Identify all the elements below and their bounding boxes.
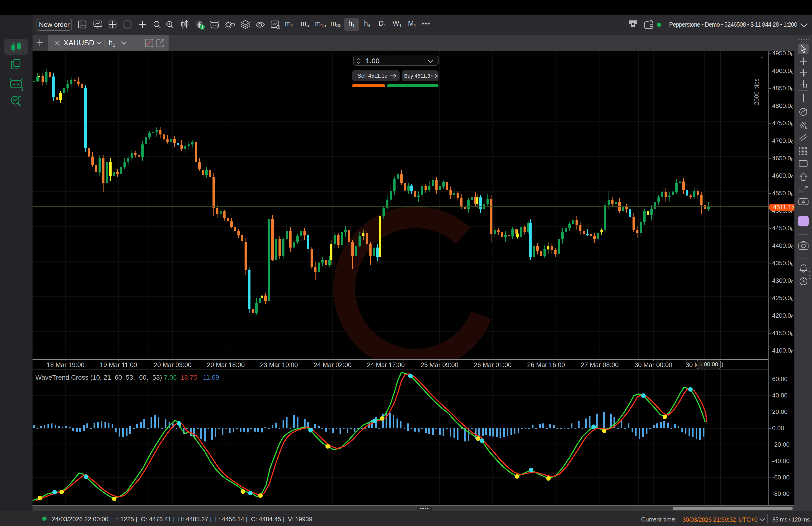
svg-text:E: E bbox=[805, 125, 808, 130]
svg-text:F: F bbox=[806, 152, 808, 156]
svg-text:4511.12: 4511.12 bbox=[773, 203, 794, 211]
svg-text:1: 1 bbox=[201, 25, 203, 29]
svg-text:A: A bbox=[801, 199, 806, 205]
svg-text:1: 1 bbox=[21, 86, 23, 91]
svg-text:2000 pips: 2000 pips bbox=[753, 79, 760, 105]
